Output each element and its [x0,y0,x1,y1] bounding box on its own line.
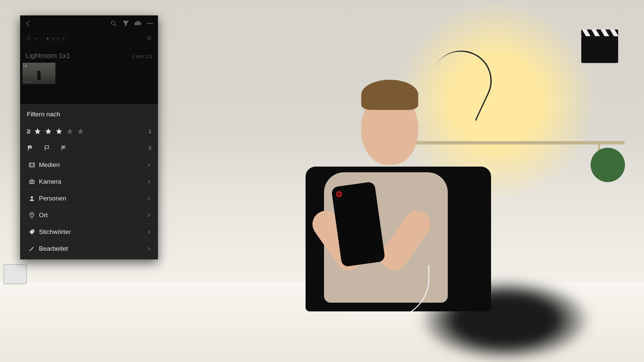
rating-stars: ≥ [27,127,84,135]
person-hair [361,80,418,110]
flag-toggles [27,144,68,152]
svg-point-1 [147,23,149,24]
back-button[interactable] [23,18,34,29]
thumbnail-grid: ★★★☆☆ [20,60,158,95]
flag-picked-icon [27,145,34,152]
chip-rating-text: ≥ 3 [52,36,59,41]
svg-point-8 [33,230,34,231]
rating-star-2[interactable] [45,128,52,135]
filter-label: Ort [39,212,147,219]
rating-operator[interactable]: ≥ [27,127,31,135]
filter-label: Bearbeitet [39,245,147,252]
filter-button[interactable] [120,18,131,29]
more-horizontal-icon [146,20,154,27]
filter-row-medien[interactable]: Medien [20,156,158,173]
chevron-right-icon [147,163,151,167]
camera-icon [27,178,37,185]
close-icon [146,35,152,41]
star-icon [46,37,50,41]
filter-label: Medien [39,161,147,169]
film-clapperboard [581,36,618,63]
funnel-icon [122,20,129,27]
filter-label: Stichwörter [39,228,147,236]
search-icon [110,20,117,27]
clear-all-filters-button[interactable] [145,34,154,43]
person-icon [27,195,37,202]
chevron-right-icon [147,213,151,218]
plant [584,145,631,185]
chevron-right-icon [147,246,151,251]
active-filter-bar: ✕ ≥ 3 ✕ [20,32,158,47]
thumbnail-subject [37,71,41,80]
rating-star-4[interactable] [66,128,73,135]
chip-remove-icon: ✕ [61,36,65,41]
svg-point-0 [111,21,115,25]
svg-rect-4 [30,163,35,167]
filter-row-ort[interactable]: Ort [20,206,158,223]
search-button[interactable] [108,18,119,29]
phone-camera-lens [336,191,342,197]
rating-match-count: 1 [149,128,151,134]
tag-icon [27,229,37,235]
flag-rejected-icon [61,145,67,152]
svg-point-5 [31,181,33,183]
chevron-right-icon [147,179,151,184]
flags-match-count: 2 [149,145,151,151]
flag-picked[interactable] [27,144,34,152]
panel-toolbar [20,15,158,32]
svg-point-7 [31,214,33,215]
rating-star-3[interactable] [55,128,63,135]
svg-point-6 [31,196,33,198]
thumbnail-rating: ★★★☆☆ [23,80,37,83]
chevron-left-icon [24,20,32,27]
flag-rejected[interactable] [60,144,68,152]
rating-star-1[interactable] [34,128,41,135]
filter-row-bearbeitet[interactable]: Bearbeitet [20,240,158,257]
filter-row-kamera[interactable]: Kamera [20,173,158,190]
chevron-right-icon [147,196,151,201]
filter-row-personen[interactable]: Personen [20,190,158,206]
person [219,51,528,340]
cloud-sync-button[interactable] [132,18,143,29]
svg-point-2 [149,23,151,24]
album-title: Lightroom 1x1 [25,52,70,60]
filter-row-rating[interactable]: ≥ 1 [20,123,158,139]
svg-point-3 [152,23,153,24]
filter-row-stichwoerter[interactable]: Stichwörter [20,223,158,240]
lightroom-filter-panel: ✕ ≥ 3 ✕ Lightroom 1x1 1 von 111 ★★★☆☆ Fi… [20,15,158,259]
chevron-right-icon [147,230,151,234]
filter-label: Kamera [39,178,147,185]
filter-label: Personen [39,195,147,202]
photo-thumbnail[interactable]: ★★★☆☆ [22,62,56,84]
album-header: Lightroom 1x1 1 von 111 [20,47,158,60]
active-filter-chip-flag[interactable]: ✕ [23,34,41,44]
power-adapter [3,264,27,284]
album-count-label: 1 von 111 [132,54,153,59]
thumbnail-pick-badge [22,63,28,68]
filter-sheet: Filtern nach ≥ 1 [20,104,158,259]
location-icon [27,212,37,219]
flag-unflagged-icon [44,145,51,152]
filter-section-title: Filtern nach [20,104,158,123]
flag-unflagged[interactable] [44,144,51,152]
filter-row-flags[interactable]: 2 [20,139,158,156]
active-filter-chip-rating[interactable]: ≥ 3 ✕ [43,34,68,44]
pencil-icon [27,245,37,252]
cloud-icon [134,20,142,27]
filmstrip-icon [27,162,37,168]
chip-remove-icon: ✕ [34,36,38,41]
rating-star-5[interactable] [77,128,84,135]
more-options-button[interactable] [145,18,155,29]
flag-icon [26,36,31,41]
